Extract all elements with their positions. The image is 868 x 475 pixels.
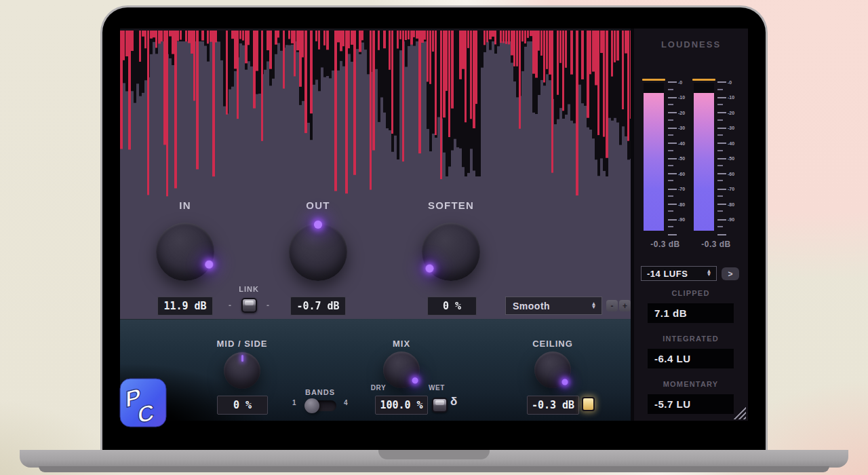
loudness-panel: LOUDNESS -0-10-20-30-40-50-60-70-80-90 -…: [631, 28, 748, 421]
mode-minus-button[interactable]: -: [606, 300, 618, 311]
lower-panel: MID / SIDE 0 % BANDS 1 4 MIX DRY WET 100…: [120, 319, 631, 421]
svg-text:C: C: [138, 399, 155, 428]
link-dash-right: -: [267, 301, 269, 310]
dropdown-arrows-icon: ▲▼: [707, 270, 712, 277]
ceiling-value-field[interactable]: -0.3 dB: [527, 396, 579, 415]
delta-monitor-button[interactable]: δ: [450, 395, 457, 408]
limiter-plugin-window: IN OUT SOFTEN 11.9 dB -0.7 dB 0 % LINK -…: [120, 28, 748, 421]
clip-marker-left: [642, 79, 665, 81]
integrated-value: -6.4 LU: [648, 349, 734, 368]
in-label: IN: [151, 200, 219, 211]
soften-label: SOFTEN: [417, 200, 485, 211]
soften-knob[interactable]: [422, 223, 480, 281]
knob-glow-indicator: [314, 221, 322, 229]
knob-glow-indicator: [561, 378, 570, 387]
meter-right-readout: -0.3 dB: [689, 240, 743, 249]
meter-left-readout: -0.3 dB: [638, 240, 692, 249]
out-label: OUT: [284, 200, 352, 211]
in-knob[interactable]: [156, 223, 214, 281]
meter-right-bar: [694, 93, 714, 231]
out-knob[interactable]: [289, 223, 347, 281]
mode-select-value: Smooth: [513, 301, 550, 311]
clipped-value: 7.1 dB: [648, 303, 734, 323]
expand-button[interactable]: >: [722, 267, 739, 280]
lufs-target-select[interactable]: -14 LUFS ▲▼: [641, 266, 717, 281]
midside-knob[interactable]: [224, 352, 260, 389]
brand-logo: P C: [119, 378, 167, 428]
integrated-label: INTEGRATED: [648, 335, 734, 343]
knob-glow-indicator: [411, 376, 420, 385]
soften-value-field[interactable]: 0 %: [427, 297, 477, 316]
true-peak-button[interactable]: [582, 397, 595, 411]
out-value-field[interactable]: -0.7 dB: [290, 297, 346, 316]
knob-glow-indicator: [424, 263, 435, 274]
lufs-target-value: -14 LUFS: [647, 269, 688, 279]
ceiling-knob[interactable]: [534, 352, 571, 388]
clip-marker-right: [692, 79, 715, 81]
loudness-title: LOUDNESS: [650, 39, 732, 50]
midside-label: MID / SIDE: [201, 339, 283, 349]
upper-panel: IN OUT SOFTEN 11.9 dB -0.7 dB 0 % LINK -…: [120, 28, 631, 319]
bands-max-label: 4: [340, 399, 351, 406]
knob-glow-indicator: [203, 259, 214, 270]
meter-left-bar: [644, 93, 664, 231]
clipped-label: CLIPPED: [648, 289, 734, 297]
link-label: LINK: [229, 285, 269, 293]
in-value-field[interactable]: 11.9 dB: [157, 297, 213, 316]
knob-pointer-indicator: [241, 355, 243, 362]
mix-wet-label: WET: [425, 384, 449, 392]
bands-min-label: 1: [289, 399, 300, 406]
mode-plus-button[interactable]: +: [619, 300, 631, 311]
midside-value-field[interactable]: 0 %: [217, 396, 268, 415]
bands-switch[interactable]: [304, 400, 336, 411]
mix-dry-label: DRY: [366, 384, 391, 392]
mix-knob[interactable]: [383, 352, 420, 388]
link-dash-left: -: [229, 301, 231, 310]
bands-label: BANDS: [293, 388, 347, 396]
momentary-value: -5.7 LU: [648, 394, 734, 414]
meter-scale: -0-10-20-30-40-50-60-70-80-90: [717, 81, 738, 235]
laptop-base: [20, 450, 848, 468]
dropdown-arrows-icon: ▲▼: [591, 303, 597, 309]
mode-select[interactable]: Smooth ▲▼: [505, 297, 602, 315]
mix-toggle[interactable]: [432, 398, 448, 413]
link-toggle[interactable]: [241, 298, 257, 313]
bands-switch-thumb[interactable]: [304, 398, 319, 413]
momentary-label: MOMENTARY: [648, 380, 734, 388]
mix-value-field[interactable]: 100.0 %: [375, 396, 428, 415]
meter-scale: -0-10-20-30-40-50-60-70-80-90: [668, 81, 688, 235]
laptop-base-notch: [378, 450, 490, 459]
